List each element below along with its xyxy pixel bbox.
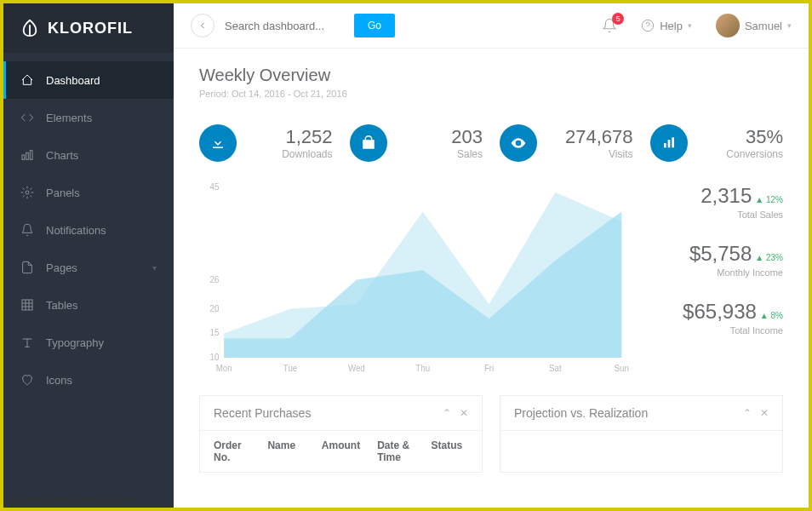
side-stat-value: 2,315 [700, 184, 752, 208]
chevron-down-icon: ▾ [688, 21, 692, 30]
stat-sales: 203Sales [350, 124, 483, 162]
eye-icon [500, 124, 537, 162]
collapse-icon[interactable]: ⌃ [443, 407, 451, 419]
code-icon [20, 111, 34, 124]
sidebar-item-dashboard[interactable]: Dashboard [3, 61, 174, 99]
svg-text:45: 45 [210, 182, 220, 192]
svg-rect-8 [672, 137, 674, 147]
chart: 1015202645MonTueWedThuFriSatSun [199, 179, 630, 378]
svg-rect-4 [22, 300, 32, 310]
table-header: Order No.NameAmountDate & TimeStatus [200, 431, 482, 472]
sidebar-item-notifications[interactable]: Notifications [3, 211, 174, 249]
page-icon [20, 261, 34, 274]
sidebar-item-icons[interactable]: Icons [3, 361, 174, 399]
svg-rect-1 [26, 152, 29, 159]
go-button[interactable]: Go [354, 14, 395, 37]
sidebar-item-label: Icons [46, 374, 72, 387]
sidebar-item-label: Pages [46, 261, 77, 274]
home-icon [20, 73, 34, 87]
user-menu[interactable]: Samuel ▾ [716, 14, 792, 37]
table-column-header: Amount [322, 439, 360, 463]
svg-text:Sat: Sat [549, 364, 562, 373]
bag-icon [350, 124, 387, 162]
page-title: Weekly Overview [199, 66, 783, 85]
close-icon[interactable]: ✕ [760, 407, 769, 419]
stats-row: 1,252Downloads203Sales274,678Visits35%Co… [199, 124, 783, 162]
sidebar-nav: DashboardElementsChartsPanelsNotificatio… [3, 53, 174, 399]
sidebar-item-charts[interactable]: Charts [3, 136, 174, 174]
search-input[interactable] [225, 20, 344, 32]
sidebar-item-label: Panels [46, 187, 80, 199]
bars-icon [650, 124, 688, 162]
svg-rect-6 [664, 143, 666, 147]
panel-title: Recent Purchases [214, 406, 434, 420]
side-stat-delta: ▲ 23% [755, 253, 783, 262]
user-name: Samuel [745, 20, 782, 32]
back-button[interactable] [191, 14, 214, 37]
side-stat: $65,938▲ 8%Total Income [655, 300, 783, 336]
svg-rect-0 [22, 155, 25, 159]
side-stats: 2,315▲ 12%Total Sales$5,758▲ 23%Monthly … [655, 179, 783, 378]
page-subtitle: Period: Oct 14, 2016 - Oct 21, 2016 [199, 89, 783, 99]
projection-panel: Projection vs. Realization ⌃ ✕ [500, 395, 783, 473]
brand: KLOROFIL [3, 3, 174, 53]
recent-purchases-panel: Recent Purchases ⌃ ✕ Order No.NameAmount… [199, 395, 483, 473]
table-column-header: Name [267, 439, 304, 463]
side-stat: 2,315▲ 12%Total Sales [655, 184, 783, 220]
svg-point-3 [26, 191, 29, 194]
sidebar-item-typography[interactable]: Typography [3, 324, 174, 361]
svg-text:Thu: Thu [415, 364, 430, 373]
sidebar-item-label: Notifications [46, 224, 106, 237]
collapse-icon[interactable]: ⌃ [743, 407, 752, 419]
table-column-header: Status [432, 439, 468, 463]
svg-text:Tue: Tue [283, 364, 298, 373]
side-stat-delta: ▲ 8% [760, 311, 783, 320]
panel-title: Projection vs. Realization [514, 406, 735, 420]
topbar: Go 5 Help ▾ Samuel ▾ [174, 3, 809, 49]
type-icon [20, 336, 34, 349]
side-stat-delta: ▲ 12% [755, 195, 783, 204]
sidebar-item-label: Dashboard [46, 74, 100, 87]
avatar [716, 14, 740, 37]
sidebar-item-label: Typography [46, 336, 104, 349]
side-stat-label: Total Sales [655, 210, 783, 220]
table-column-header: Order No. [214, 439, 250, 463]
chevron-down-icon: ▾ [152, 263, 157, 273]
sidebar-item-tables[interactable]: Tables [3, 286, 174, 324]
svg-text:26: 26 [210, 274, 220, 284]
side-stat-value: $5,758 [689, 242, 752, 266]
stat-conversions: 35%Conversions [650, 124, 784, 162]
sidebar-item-elements[interactable]: Elements [3, 99, 174, 136]
stat-label: Downloads [247, 148, 333, 160]
sidebar-item-label: Tables [46, 299, 78, 312]
leaf-icon [20, 19, 39, 37]
stat-label: Visits [547, 148, 633, 160]
side-stat-label: Monthly Income [655, 267, 783, 278]
sidebar-item-label: Elements [46, 112, 92, 124]
stat-downloads: 1,252Downloads [199, 124, 333, 162]
brand-name: KLOROFIL [48, 20, 133, 37]
svg-rect-2 [30, 151, 32, 160]
heart-icon [20, 373, 34, 387]
sidebar-item-pages[interactable]: Pages▾ [3, 249, 174, 286]
svg-text:Mon: Mon [216, 364, 232, 373]
stat-label: Conversions [698, 148, 784, 160]
table-icon [20, 298, 34, 312]
stat-value: 203 [397, 126, 483, 148]
svg-text:10: 10 [210, 353, 220, 362]
notification-badge: 5 [612, 13, 624, 25]
sidebar: KLOROFIL DashboardElementsChartsPanelsNo… [3, 3, 174, 508]
sidebar-item-panels[interactable]: Panels [3, 174, 174, 211]
help-button[interactable]: Help ▾ [641, 19, 692, 32]
svg-text:20: 20 [210, 304, 220, 313]
sidebar-item-label: Charts [46, 149, 78, 162]
table-column-header: Date & Time [377, 439, 414, 463]
svg-text:15: 15 [210, 328, 220, 337]
svg-text:Sun: Sun [615, 364, 629, 373]
content: Weekly Overview Period: Oct 14, 2016 - O… [174, 49, 809, 508]
stat-value: 35% [698, 126, 784, 148]
download-icon [199, 124, 237, 162]
side-stat-label: Total Income [655, 325, 783, 336]
notifications-button[interactable]: 5 [602, 18, 617, 33]
close-icon[interactable]: ✕ [460, 407, 468, 419]
